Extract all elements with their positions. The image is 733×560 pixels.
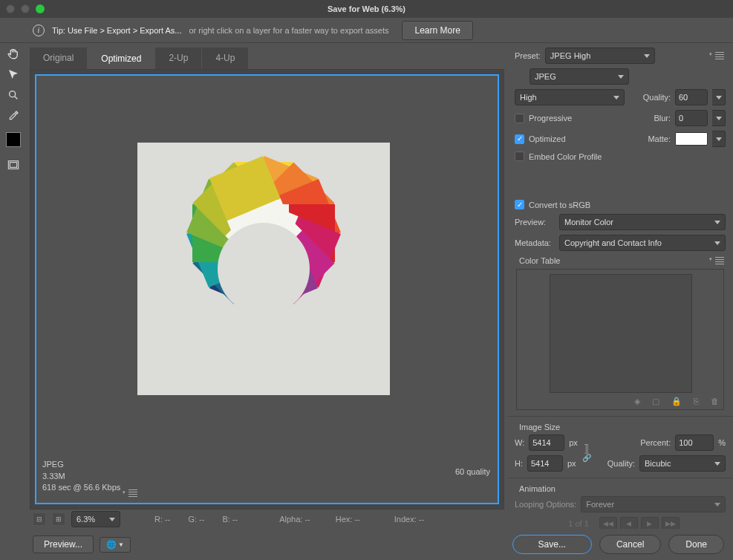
optimized-checkbox[interactable] xyxy=(515,134,524,144)
height-px: px xyxy=(567,459,576,468)
window-title: Save for Web (6.3%) xyxy=(0,4,733,13)
readout-hex: Hex: -- xyxy=(336,515,360,524)
anim-last-button: ▶▶ xyxy=(662,517,680,529)
preview-format: JPEG xyxy=(42,459,139,470)
window-controls xyxy=(6,4,45,13)
svg-point-0 xyxy=(10,91,16,97)
eyedropper-color-swatch[interactable] xyxy=(6,132,21,147)
progressive-label: Progressive xyxy=(529,114,572,123)
blur-input[interactable] xyxy=(675,110,708,126)
preview-time: 618 sec @ 56.6 Kbps xyxy=(42,483,120,492)
ct-icon-2[interactable]: ▢ xyxy=(652,397,659,406)
anim-first-button: ◀◀ xyxy=(599,517,617,529)
image-size-label: Image Size xyxy=(519,423,560,432)
percent-label: Percent: xyxy=(640,438,671,447)
format-select[interactable]: JPEG xyxy=(530,68,629,85)
tip-bar: i Tip: Use File > Export > Export As... … xyxy=(0,18,733,43)
readout-index: Index: -- xyxy=(394,515,424,524)
ct-new-icon[interactable]: ⎘ xyxy=(694,397,699,406)
matte-swatch[interactable] xyxy=(675,132,708,146)
bottom-bar: Preview... 🌐▼ Save... Cancel Done xyxy=(0,529,733,560)
anim-next-button: ▶ xyxy=(641,517,659,529)
tab-4-up[interactable]: 4-Up xyxy=(202,48,248,69)
settings-panel: Preset: JPEG High JPEG High Quality: Pro… xyxy=(507,43,733,529)
minimize-window-button[interactable] xyxy=(21,4,30,13)
anim-prev-button: ◀ xyxy=(620,517,638,529)
color-table: ◈ ▢ 🔒 ⎘ 🗑 xyxy=(516,269,724,410)
blur-stepper[interactable] xyxy=(712,110,726,126)
ui-toggle-1[interactable]: ⊟ xyxy=(33,512,46,526)
slice-select-tool[interactable] xyxy=(4,67,22,82)
preview-quality-readout: 60 quality xyxy=(455,467,490,476)
readout-alpha: Alpha: -- xyxy=(279,515,310,524)
globe-icon: 🌐 xyxy=(106,540,117,550)
svg-rect-2 xyxy=(10,163,16,168)
progressive-checkbox[interactable] xyxy=(515,114,524,123)
looping-label: Looping Options: xyxy=(515,500,576,509)
ct-lock-icon[interactable]: 🔒 xyxy=(671,397,682,406)
tab-optimized[interactable]: Optimized xyxy=(88,48,154,69)
matte-label: Matte: xyxy=(648,134,671,143)
tip-text-strong: Tip: Use File > Export > Export As... xyxy=(52,26,181,35)
quality-preset-select[interactable]: High xyxy=(515,89,625,105)
metadata-label: Metadata: xyxy=(515,238,555,247)
close-window-button[interactable] xyxy=(6,4,15,13)
preview-size: 3.33M xyxy=(42,471,139,482)
height-input[interactable] xyxy=(527,455,563,472)
convert-srgb-checkbox[interactable] xyxy=(515,200,524,209)
preview-time-menu[interactable] xyxy=(127,482,139,498)
preview-profile-label: Preview: xyxy=(515,218,555,227)
learn-more-button[interactable]: Learn More xyxy=(402,21,472,40)
ui-toggle-2[interactable]: ⊞ xyxy=(52,512,65,526)
preset-select[interactable]: JPEG High xyxy=(545,48,655,64)
preview-canvas[interactable]: JPEG 3.33M 618 sec @ 56.6 Kbps 60 qualit… xyxy=(30,69,504,509)
optimized-label: Optimized xyxy=(529,134,566,143)
resample-quality-label: Quality: xyxy=(607,459,635,468)
eyedropper-tool[interactable] xyxy=(4,108,22,123)
ct-trash-icon[interactable]: 🗑 xyxy=(711,397,719,406)
animation-label: Animation xyxy=(519,484,556,493)
readout-b: B: -- xyxy=(222,515,238,524)
percent-input[interactable] xyxy=(675,434,714,451)
tip-text-rest: or right click on a layer for a faster w… xyxy=(189,26,388,35)
zoom-tool[interactable] xyxy=(4,88,22,102)
preview-image xyxy=(137,143,390,395)
tab-2-up[interactable]: 2-Up xyxy=(155,48,201,69)
tool-strip xyxy=(0,43,27,529)
toggle-slices-tool[interactable] xyxy=(4,157,22,172)
info-bar: ⊟ ⊞ 6.3% R: -- G: -- B: -- Alpha: -- Hex… xyxy=(0,509,504,529)
browser-preview-button[interactable]: 🌐▼ xyxy=(100,537,131,553)
resample-quality-select[interactable]: Bicubic xyxy=(639,455,726,472)
save-button[interactable]: Save... xyxy=(512,535,592,554)
cancel-button[interactable]: Cancel xyxy=(599,535,661,554)
metadata-select[interactable]: Copyright and Contact Info xyxy=(559,235,726,251)
height-label: H: xyxy=(515,459,523,468)
preview-button[interactable]: Preview... xyxy=(33,535,94,553)
preview-profile-select[interactable]: Monitor Color xyxy=(559,214,726,230)
hand-tool[interactable] xyxy=(4,46,22,61)
width-label: W: xyxy=(515,438,524,447)
quality-stepper[interactable] xyxy=(712,89,726,105)
color-table-menu[interactable] xyxy=(714,255,726,266)
quality-label: Quality: xyxy=(643,93,671,102)
width-input[interactable] xyxy=(529,434,564,451)
done-button[interactable]: Done xyxy=(668,535,724,554)
titlebar: Save for Web (6.3%) xyxy=(0,0,733,18)
preset-menu-icon[interactable] xyxy=(714,51,726,61)
readout-r: R: -- xyxy=(154,515,170,524)
looping-select: Forever xyxy=(581,496,726,512)
blur-label: Blur: xyxy=(654,114,671,123)
zoom-select[interactable]: 6.3% xyxy=(71,511,120,527)
maximize-window-button[interactable] xyxy=(36,4,45,13)
quality-input[interactable] xyxy=(675,89,708,105)
color-table-label: Color Table xyxy=(519,256,560,265)
readout-g: G: -- xyxy=(188,515,204,524)
percent-sign: % xyxy=(718,438,726,447)
embed-profile-label: Embed Color Profile xyxy=(529,152,602,161)
tab-original[interactable]: Original xyxy=(30,48,87,69)
matte-select[interactable] xyxy=(712,131,726,147)
ct-icon-1[interactable]: ◈ xyxy=(634,397,640,406)
convert-srgb-label: Convert to sRGB xyxy=(529,201,590,209)
embed-profile-checkbox[interactable] xyxy=(515,152,524,161)
frame-counter: 1 of 1 xyxy=(568,519,589,528)
